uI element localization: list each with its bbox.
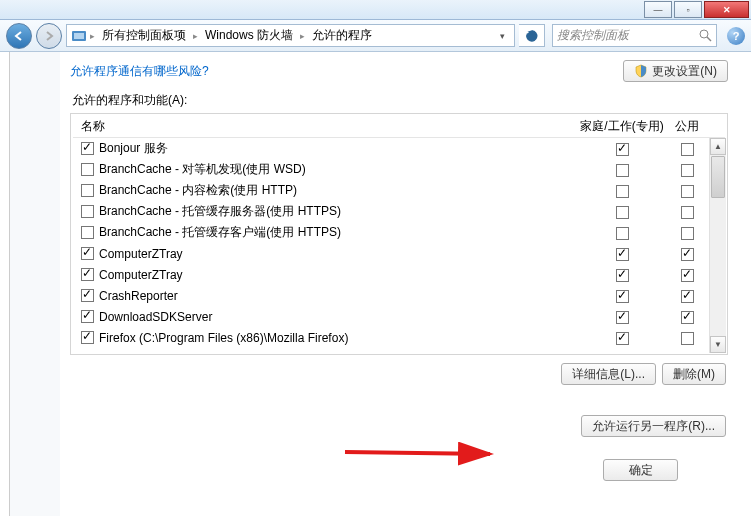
refresh-button[interactable]	[519, 24, 545, 47]
public-checkbox[interactable]	[681, 290, 694, 303]
row-checkbox[interactable]	[81, 226, 94, 239]
home-checkbox[interactable]	[616, 290, 629, 303]
control-panel-icon	[71, 28, 87, 44]
home-checkbox[interactable]	[616, 248, 629, 261]
public-checkbox[interactable]	[681, 164, 694, 177]
chevron-down-icon[interactable]: ▾	[494, 31, 510, 41]
change-settings-button[interactable]: 更改设置(N)	[623, 60, 728, 82]
table-row[interactable]: Bonjour 服务	[73, 138, 725, 159]
details-button[interactable]: 详细信息(L)...	[561, 363, 656, 385]
public-checkbox[interactable]	[681, 206, 694, 219]
chevron-right-icon: ▸	[90, 31, 95, 41]
svg-rect-1	[74, 33, 84, 39]
scroll-up-button[interactable]: ▲	[710, 138, 726, 155]
row-label: Bonjour 服务	[99, 140, 168, 157]
group-label: 允许的程序和功能(A):	[72, 92, 728, 109]
home-checkbox[interactable]	[616, 269, 629, 282]
table-row[interactable]: CrashReporter	[73, 285, 725, 306]
ok-button[interactable]: 确定	[603, 459, 678, 481]
vertical-scrollbar[interactable]: ▲ ▼	[709, 138, 726, 353]
remove-button[interactable]: 删除(M)	[662, 363, 726, 385]
table-row[interactable]: ComputerZTray	[73, 264, 725, 285]
row-checkbox[interactable]	[81, 205, 94, 218]
row-label: BranchCache - 内容检索(使用 HTTP)	[99, 182, 297, 199]
row-checkbox[interactable]	[81, 310, 94, 323]
home-checkbox[interactable]	[616, 332, 629, 345]
crumb-firewall[interactable]: Windows 防火墙	[201, 27, 297, 44]
chevron-right-icon: ▸	[193, 31, 198, 41]
list-header: 名称 家庭/工作(专用) 公用	[73, 116, 725, 138]
nav-back-button[interactable]	[6, 23, 32, 49]
risks-link[interactable]: 允许程序通信有哪些风险?	[70, 63, 209, 80]
allow-another-program-button[interactable]: 允许运行另一程序(R)...	[581, 415, 726, 437]
search-placeholder: 搜索控制面板	[557, 27, 629, 44]
home-checkbox[interactable]	[616, 311, 629, 324]
list-body: Bonjour 服务BranchCache - 对等机发现(使用 WSD)Bra…	[73, 138, 725, 352]
programs-list: 名称 家庭/工作(专用) 公用 Bonjour 服务BranchCache - …	[70, 113, 728, 355]
column-public[interactable]: 公用	[667, 118, 707, 135]
svg-point-2	[700, 30, 708, 38]
table-row[interactable]: BranchCache - 对等机发现(使用 WSD)	[73, 159, 725, 180]
chevron-right-icon: ▸	[300, 31, 305, 41]
address-bar: ▸ 所有控制面板项 ▸ Windows 防火墙 ▸ 允许的程序 ▾ 搜索控制面板…	[0, 20, 751, 52]
row-checkbox[interactable]	[81, 247, 94, 260]
crumb-allowed[interactable]: 允许的程序	[308, 27, 376, 44]
public-checkbox[interactable]	[681, 269, 694, 282]
svg-line-3	[707, 37, 711, 41]
public-checkbox[interactable]	[681, 227, 694, 240]
public-checkbox[interactable]	[681, 332, 694, 345]
table-row[interactable]: ComputerZTray	[73, 243, 725, 264]
row-label: DownloadSDKServer	[99, 310, 212, 324]
column-name[interactable]: 名称	[73, 118, 577, 135]
row-label: CrashReporter	[99, 289, 178, 303]
home-checkbox[interactable]	[616, 206, 629, 219]
search-icon	[699, 29, 712, 42]
home-checkbox[interactable]	[616, 143, 629, 156]
table-row[interactable]: Firefox (C:\Program Files (x86)\Mozilla …	[73, 327, 725, 348]
arrow-left-icon	[13, 30, 25, 42]
table-row[interactable]: BranchCache - 内容检索(使用 HTTP)	[73, 180, 725, 201]
change-settings-label: 更改设置(N)	[652, 63, 717, 80]
breadcrumb[interactable]: ▸ 所有控制面板项 ▸ Windows 防火墙 ▸ 允许的程序 ▾	[66, 24, 515, 47]
window-titlebar: — ▫ ✕	[0, 0, 751, 20]
row-checkbox[interactable]	[81, 142, 94, 155]
row-label: BranchCache - 托管缓存客户端(使用 HTTPS)	[99, 224, 341, 241]
crumb-all-items[interactable]: 所有控制面板项	[98, 27, 190, 44]
row-checkbox[interactable]	[81, 163, 94, 176]
row-label: ComputerZTray	[99, 268, 183, 282]
row-label: BranchCache - 对等机发现(使用 WSD)	[99, 161, 306, 178]
nav-forward-button[interactable]	[36, 23, 62, 49]
row-label: Google Chrome	[99, 352, 184, 353]
scroll-down-button[interactable]: ▼	[710, 336, 726, 353]
table-row[interactable]: BranchCache - 托管缓存客户端(使用 HTTPS)	[73, 222, 725, 243]
home-checkbox[interactable]	[616, 164, 629, 177]
row-checkbox[interactable]	[81, 331, 94, 344]
table-row[interactable]: DownloadSDKServer	[73, 306, 725, 327]
row-label: Firefox (C:\Program Files (x86)\Mozilla …	[99, 331, 348, 345]
public-checkbox[interactable]	[681, 143, 694, 156]
column-home[interactable]: 家庭/工作(专用)	[577, 118, 667, 135]
row-label: ComputerZTray	[99, 247, 183, 261]
close-button[interactable]: ✕	[704, 1, 749, 18]
row-checkbox[interactable]	[81, 289, 94, 302]
minimize-button[interactable]: —	[644, 1, 672, 18]
maximize-button[interactable]: ▫	[674, 1, 702, 18]
table-row[interactable]: BranchCache - 托管缓存服务器(使用 HTTPS)	[73, 201, 725, 222]
scroll-thumb[interactable]	[711, 156, 725, 198]
table-row[interactable]: Google Chrome	[73, 348, 725, 352]
row-checkbox[interactable]	[81, 184, 94, 197]
public-checkbox[interactable]	[681, 248, 694, 261]
arrow-right-icon	[43, 30, 55, 42]
public-checkbox[interactable]	[681, 185, 694, 198]
search-input[interactable]: 搜索控制面板	[552, 24, 717, 47]
row-checkbox[interactable]	[81, 268, 94, 281]
row-label: BranchCache - 托管缓存服务器(使用 HTTPS)	[99, 203, 341, 220]
help-icon[interactable]: ?	[727, 27, 745, 45]
home-checkbox[interactable]	[616, 185, 629, 198]
public-checkbox[interactable]	[681, 311, 694, 324]
shield-icon	[634, 64, 648, 78]
home-checkbox[interactable]	[616, 227, 629, 240]
main-content: 允许程序通信有哪些风险? 更改设置(N) 允许的程序和功能(A): 名称 家庭/…	[9, 52, 744, 516]
refresh-icon	[525, 29, 539, 43]
